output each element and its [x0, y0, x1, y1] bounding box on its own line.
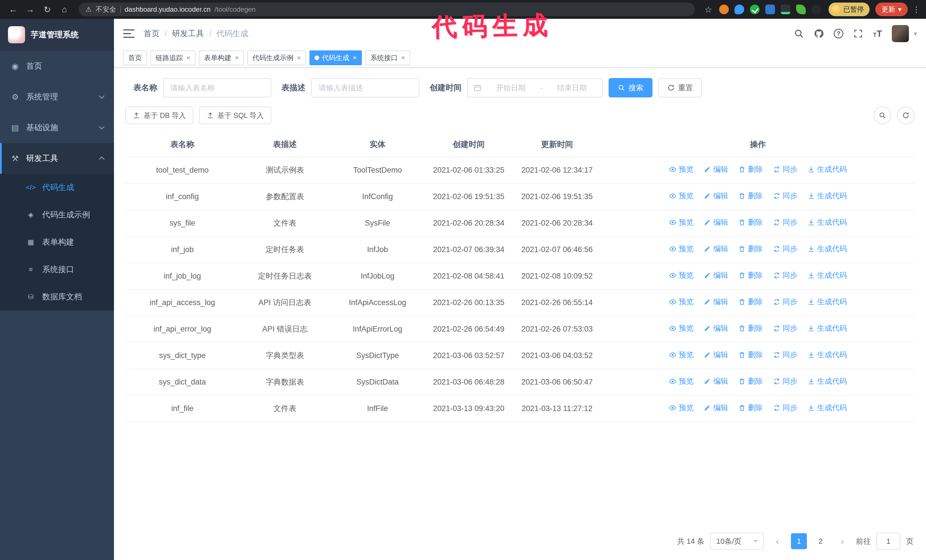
tab-home[interactable]: 首页 [123, 50, 147, 65]
sidebar-item-code-generation[interactable]: </> 代码生成 [0, 174, 114, 201]
preview-link[interactable]: 预览 [669, 349, 693, 361]
sync-link[interactable]: 同步 [773, 163, 797, 175]
breadcrumb-dev-tools[interactable]: 研发工具 [172, 28, 204, 39]
generate-code-link[interactable]: 生成代码 [808, 323, 847, 334]
breadcrumb-home[interactable]: 首页 [144, 28, 160, 39]
toggle-search-button[interactable] [873, 107, 891, 124]
generate-code-link[interactable]: 生成代码 [808, 402, 847, 414]
edit-link[interactable]: 编辑 [704, 190, 728, 202]
delete-link[interactable]: 删除 [738, 269, 763, 281]
sidebar-item-system-management[interactable]: ⚙ 系统管理 [0, 82, 114, 112]
sync-link[interactable]: 同步 [773, 376, 797, 387]
generate-code-link[interactable]: 生成代码 [808, 349, 847, 361]
next-page-button[interactable]: › [834, 533, 850, 550]
tab-codegen-example[interactable]: 代码生成示例× [247, 50, 306, 65]
close-icon[interactable]: × [353, 54, 357, 61]
close-icon[interactable]: × [297, 54, 301, 61]
forward-icon[interactable]: → [23, 2, 38, 17]
delete-link[interactable]: 删除 [738, 349, 763, 361]
edit-link[interactable]: 编辑 [704, 296, 728, 308]
sidebar-item-infrastructure[interactable]: ▤ 基础设施 [0, 112, 114, 143]
sync-paused-profile-chip[interactable]: 已暂停 [829, 3, 870, 16]
avatar-caret-down-icon[interactable]: ▾ [914, 30, 917, 37]
preview-link[interactable]: 预览 [669, 269, 693, 281]
preview-link[interactable]: 预览 [669, 402, 693, 414]
import-from-sql-button[interactable]: 基于 SQL 导入 [199, 107, 271, 124]
create-time-range-picker[interactable]: 开始日期 - 结束日期 [467, 78, 603, 97]
extension-icon-2[interactable] [735, 5, 744, 14]
edit-link[interactable]: 编辑 [704, 216, 728, 228]
sync-link[interactable]: 同步 [773, 402, 797, 414]
sync-link[interactable]: 同步 [773, 216, 797, 228]
goto-page-input[interactable] [876, 533, 900, 550]
preview-link[interactable]: 预览 [669, 323, 693, 334]
preview-link[interactable]: 预览 [669, 243, 693, 255]
generate-code-link[interactable]: 生成代码 [808, 269, 847, 281]
sync-link[interactable]: 同步 [773, 243, 797, 255]
delete-link[interactable]: 删除 [738, 216, 763, 228]
edit-link[interactable]: 编辑 [704, 376, 728, 387]
preview-link[interactable]: 预览 [669, 376, 693, 387]
edit-link[interactable]: 编辑 [704, 269, 728, 281]
preview-link[interactable]: 预览 [669, 163, 693, 175]
generate-code-link[interactable]: 生成代码 [808, 296, 847, 308]
reload-icon[interactable]: ↻ [40, 2, 55, 17]
extension-icon-6[interactable] [796, 5, 806, 14]
header-search-icon[interactable] [794, 29, 804, 39]
extension-icon-1[interactable] [719, 5, 729, 14]
sync-link[interactable]: 同步 [773, 323, 797, 334]
sidebar-item-database-docs[interactable]: ⛁ 数据库文档 [0, 283, 114, 311]
edit-link[interactable]: 编辑 [704, 402, 728, 414]
tab-trace[interactable]: 链路追踪× [150, 50, 195, 65]
tab-code-generation[interactable]: 代码生成× [309, 50, 362, 65]
extension-icon-5[interactable] [781, 5, 790, 14]
generate-code-link[interactable]: 生成代码 [808, 243, 847, 255]
delete-link[interactable]: 删除 [738, 376, 763, 387]
preview-link[interactable]: 预览 [669, 296, 693, 308]
bookmark-star-icon[interactable]: ☆ [702, 5, 715, 15]
generate-code-link[interactable]: 生成代码 [808, 216, 847, 228]
delete-link[interactable]: 删除 [738, 323, 763, 334]
edit-link[interactable]: 编辑 [704, 243, 728, 255]
edit-link[interactable]: 编辑 [704, 163, 728, 175]
help-icon[interactable]: ? [834, 29, 843, 38]
page-button-2[interactable]: 2 [813, 533, 829, 549]
prev-page-button[interactable]: ‹ [769, 533, 785, 550]
delete-link[interactable]: 删除 [738, 243, 763, 255]
sidebar-item-system-api[interactable]: ≡ 系统接口 [0, 256, 114, 283]
tab-system-api[interactable]: 系统接口× [365, 50, 410, 65]
close-icon[interactable]: × [235, 54, 239, 61]
delete-link[interactable]: 删除 [738, 163, 763, 175]
chrome-update-button[interactable]: 更新 ▾ [875, 3, 908, 16]
sync-link[interactable]: 同步 [773, 349, 797, 361]
sync-link[interactable]: 同步 [773, 269, 797, 281]
extension-icon-7[interactable] [811, 5, 821, 14]
sidebar-item-form-builder[interactable]: ▦ 表单构建 [0, 228, 114, 256]
delete-link[interactable]: 删除 [738, 296, 763, 308]
close-icon[interactable]: × [401, 54, 405, 61]
back-icon[interactable]: ← [6, 2, 21, 17]
generate-code-link[interactable]: 生成代码 [808, 190, 847, 202]
table-desc-input[interactable] [311, 78, 419, 97]
user-avatar[interactable] [892, 25, 909, 42]
delete-link[interactable]: 删除 [738, 190, 763, 202]
delete-link[interactable]: 删除 [738, 402, 763, 414]
close-icon[interactable]: × [186, 54, 190, 61]
fullscreen-icon[interactable] [853, 29, 863, 39]
extension-icon-3[interactable] [750, 5, 760, 14]
edit-link[interactable]: 编辑 [704, 323, 728, 334]
font-size-icon[interactable]: TT [873, 29, 882, 38]
page-button-1[interactable]: 1 [791, 533, 807, 549]
page-size-select[interactable]: 10条/页 [710, 533, 764, 550]
preview-link[interactable]: 预览 [669, 190, 693, 202]
sync-link[interactable]: 同步 [773, 190, 797, 202]
sidebar-item-codegen-example[interactable]: ◈ 代码生成示例 [0, 201, 114, 228]
github-icon[interactable] [814, 29, 824, 39]
sync-link[interactable]: 同步 [773, 296, 797, 308]
reset-button[interactable]: 重置 [658, 78, 702, 97]
browser-menu-icon[interactable]: ⋮ [912, 5, 920, 14]
search-button[interactable]: 搜索 [608, 78, 652, 97]
tab-form-builder[interactable]: 表单构建× [199, 50, 244, 65]
refresh-table-button[interactable] [897, 107, 915, 124]
home-icon[interactable]: ⌂ [57, 2, 72, 17]
